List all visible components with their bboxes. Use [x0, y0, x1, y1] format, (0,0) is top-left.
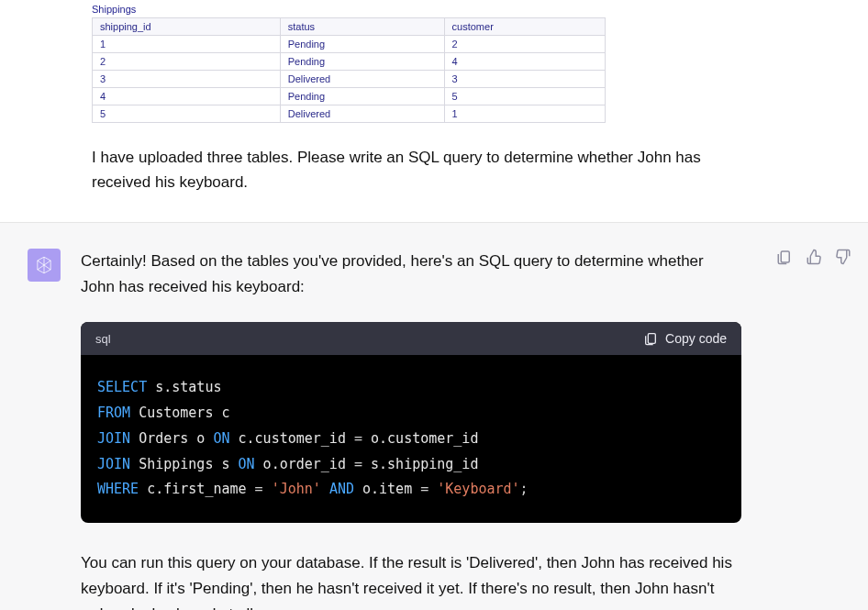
table-header-cell: shipping_id [93, 18, 281, 36]
assistant-avatar [28, 249, 61, 282]
code-header: sql Copy code [81, 322, 741, 355]
message-actions [776, 249, 851, 265]
table-row: 4Pending5 [93, 88, 606, 105]
table-cell: 5 [444, 88, 605, 105]
table-cell: Delivered [280, 71, 444, 88]
assistant-outro-text: You can run this query on your database.… [81, 550, 741, 610]
table-cell: Delivered [280, 105, 444, 123]
user-message-block: Shippings shipping_idstatuscustomer 1Pen… [0, 4, 868, 222]
svg-rect-0 [648, 334, 655, 344]
table-row: 3Delivered3 [93, 71, 606, 88]
table-cell: 4 [444, 53, 605, 71]
table-row: 2Pending4 [93, 53, 606, 71]
table-row: 5Delivered1 [93, 105, 606, 123]
user-message-text: I have uploaded three tables. Please wri… [92, 145, 752, 194]
table-row: 1Pending2 [93, 36, 606, 53]
table-cell: 3 [93, 71, 281, 88]
table-cell: 2 [444, 36, 605, 53]
copy-code-label: Copy code [665, 331, 727, 346]
assistant-message-block: Certainly! Based on the tables you've pr… [0, 222, 868, 610]
code-block: sql Copy code SELECT s.status FROM Custo… [81, 322, 741, 523]
table-header-cell: customer [444, 18, 605, 36]
table-cell: 1 [444, 105, 605, 123]
thumbs-up-icon[interactable] [806, 249, 822, 265]
table-cell: Pending [280, 53, 444, 71]
table-cell: 3 [444, 71, 605, 88]
copy-code-button[interactable]: Copy code [643, 331, 727, 346]
assistant-body: Certainly! Based on the tables you've pr… [81, 249, 741, 610]
code-content[interactable]: SELECT s.status FROM Customers c JOIN Or… [81, 355, 741, 523]
assistant-intro-text: Certainly! Based on the tables you've pr… [81, 249, 741, 300]
svg-rect-1 [781, 251, 789, 262]
table-caption: Shippings [92, 4, 859, 15]
table-header-row: shipping_idstatuscustomer [93, 18, 606, 36]
code-language-label: sql [95, 332, 111, 346]
table-header-cell: status [280, 18, 444, 36]
clipboard-icon [643, 331, 658, 346]
table-cell: 2 [93, 53, 281, 71]
openai-logo-icon [34, 255, 54, 275]
table-cell: 4 [93, 88, 281, 105]
thumbs-down-icon[interactable] [835, 249, 851, 265]
clipboard-icon[interactable] [776, 249, 793, 265]
table-cell: Pending [280, 88, 444, 105]
table-cell: 5 [93, 105, 281, 123]
shippings-table: shipping_idstatuscustomer 1Pending22Pend… [92, 17, 606, 123]
table-cell: Pending [280, 36, 444, 53]
table-cell: 1 [93, 36, 281, 53]
